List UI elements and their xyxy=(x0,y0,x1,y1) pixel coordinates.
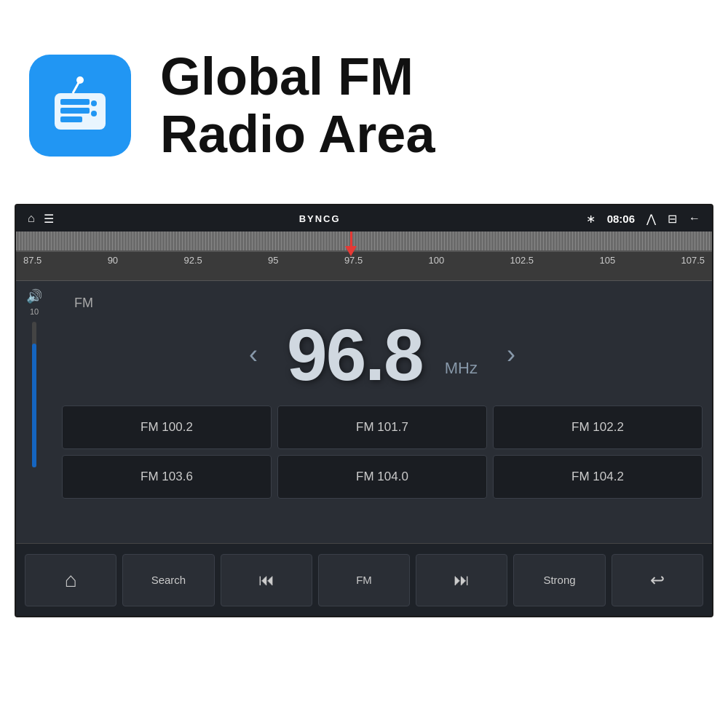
preset-2[interactable]: FM 101.7 xyxy=(277,405,487,449)
freq-label-90: 90 xyxy=(108,255,118,266)
freq-label-87: 87.5 xyxy=(23,255,41,266)
volume-fill xyxy=(32,344,36,467)
volume-bar[interactable] xyxy=(32,322,36,467)
svg-rect-3 xyxy=(60,116,82,122)
svg-point-5 xyxy=(91,111,97,116)
radio-device: ⌂ ☰ BYNCG ∗ 08:06 ⋀ ⊟ ← 87.5 90 92.5 95 … xyxy=(15,204,713,617)
back-button[interactable]: ↩ xyxy=(612,554,703,606)
radio-icon xyxy=(47,73,113,138)
status-right: ∗ 08:06 ⋀ ⊟ ← xyxy=(586,212,700,226)
preset-6[interactable]: FM 104.2 xyxy=(493,455,703,499)
preset-1[interactable]: FM 100.2 xyxy=(62,405,272,449)
strong-button[interactable]: Strong xyxy=(513,554,605,606)
window-icon[interactable]: ⊟ xyxy=(668,212,677,226)
home-button[interactable]: ⌂ xyxy=(25,554,116,606)
prev-freq-button[interactable]: ‹ xyxy=(242,332,265,377)
svg-point-7 xyxy=(76,76,84,84)
ruler-bar xyxy=(16,232,712,252)
app-icon xyxy=(29,55,131,157)
next-button[interactable]: ⏭ xyxy=(416,554,507,606)
next-icon: ⏭ xyxy=(454,571,470,590)
freq-label-102: 102.5 xyxy=(510,255,534,266)
freq-label-97: 97.5 xyxy=(344,255,363,266)
svg-rect-2 xyxy=(60,108,90,114)
app-title: Global FM Radio Area xyxy=(160,48,435,163)
preset-4[interactable]: FM 103.6 xyxy=(62,455,272,499)
bluetooth-icon: ∗ xyxy=(586,212,596,226)
freq-label-107: 107.5 xyxy=(681,255,705,266)
freq-ruler[interactable]: 87.5 90 92.5 95 97.5 100 102.5 105 107.5 xyxy=(16,232,712,281)
freq-label-100: 100 xyxy=(429,255,445,266)
home-status-icon[interactable]: ⌂ xyxy=(28,212,35,225)
main-content: 🔊 10 FM ‹ 96.8 MHz › FM 100.2 FM 101.7 F… xyxy=(16,281,712,543)
center-panel: FM ‹ 96.8 MHz › FM 100.2 FM 101.7 FM 102… xyxy=(52,281,712,543)
freq-number: 96.8 xyxy=(287,314,423,395)
next-freq-button[interactable]: › xyxy=(499,332,523,377)
volume-icon: 🔊 xyxy=(26,288,42,304)
clock: 08:06 xyxy=(607,213,635,225)
menu-status-icon[interactable]: ☰ xyxy=(44,212,54,226)
brand-label: BYNCG xyxy=(299,213,341,224)
prev-icon: ⏮ xyxy=(258,571,274,590)
volume-label: 10 xyxy=(30,307,39,316)
status-bar: ⌂ ☰ BYNCG ∗ 08:06 ⋀ ⊟ ← xyxy=(16,205,712,232)
svg-rect-1 xyxy=(60,99,90,105)
bottom-toolbar: ⌂ Search ⏮ FM ⏭ Strong ↩ xyxy=(16,543,712,616)
prev-button[interactable]: ⏮ xyxy=(221,554,312,606)
svg-point-4 xyxy=(91,100,97,106)
freq-label-92: 92.5 xyxy=(183,255,202,266)
freq-display: ‹ 96.8 MHz › xyxy=(52,318,712,391)
app-title-text: Global FM Radio Area xyxy=(160,48,435,163)
band-label: FM xyxy=(74,296,93,311)
back-status-icon[interactable]: ← xyxy=(689,212,700,225)
search-button[interactable]: Search xyxy=(122,554,214,606)
ruler-indicator-arrow xyxy=(345,246,357,256)
presets-grid: FM 100.2 FM 101.7 FM 102.2 FM 103.6 FM 1… xyxy=(62,405,703,499)
up-arrow-icon[interactable]: ⋀ xyxy=(646,212,656,226)
fm-button[interactable]: FM xyxy=(318,554,410,606)
freq-label-95: 95 xyxy=(268,255,278,266)
branding-section: Global FM Radio Area xyxy=(0,0,728,204)
freq-label-105: 105 xyxy=(599,255,615,266)
left-panel: 🔊 10 xyxy=(16,281,52,543)
freq-unit: MHz xyxy=(445,359,478,378)
status-left: ⌂ ☰ xyxy=(28,212,54,226)
preset-5[interactable]: FM 104.0 xyxy=(277,455,487,499)
preset-3[interactable]: FM 102.2 xyxy=(493,405,703,449)
frequency-value: 96.8 xyxy=(287,318,423,391)
ruler-labels: 87.5 90 92.5 95 97.5 100 102.5 105 107.5 xyxy=(16,252,712,266)
